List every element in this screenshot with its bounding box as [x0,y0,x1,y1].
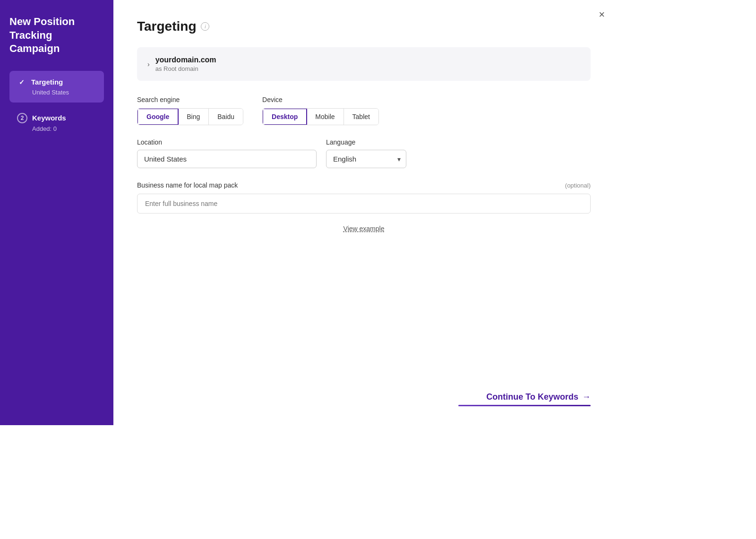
sidebar-keywords-sublabel: Added: 0 [32,125,96,132]
sidebar-navigation: ✓ Targeting United States 2 Keywords Add… [9,71,104,139]
device-buttons: Desktop Mobile Tablet [262,108,379,125]
domain-card[interactable]: › yourdomain.com as Root domain [137,47,591,81]
continue-underline [458,405,591,406]
device-tablet[interactable]: Tablet [344,109,378,125]
search-engine-label: Search engine [137,96,243,103]
language-select-wrapper: English Spanish French German [326,150,406,168]
language-group: Language English Spanish French German [326,138,406,168]
business-name-section: Business name for local map pack (option… [137,181,591,214]
business-name-input[interactable] [137,194,591,214]
continue-to-keywords-button[interactable]: Continue To Keywords → [486,392,591,402]
device-label: Device [262,96,379,103]
close-button[interactable]: × [599,9,605,20]
info-icon[interactable]: i [201,22,209,31]
location-input[interactable] [137,150,317,168]
view-example-button[interactable]: View example [137,225,591,232]
main-content: × Targeting i › yourdomain.com as Root d… [113,0,614,425]
device-group: Device Desktop Mobile Tablet [262,96,379,125]
sidebar-targeting-sublabel: United States [32,89,96,96]
sidebar: New Position Tracking Campaign ✓ Targeti… [0,0,113,425]
search-engine-bing[interactable]: Bing [178,109,209,125]
page-title: Targeting i [137,19,591,34]
domain-type: as Root domain [155,65,216,72]
arrow-icon: → [582,392,591,402]
sidebar-targeting-label: Targeting [31,78,63,86]
sidebar-keywords-label: Keywords [32,114,66,122]
language-select[interactable]: English Spanish French German [326,150,406,168]
location-language-row: Location Language English Spanish French… [137,138,591,168]
check-icon: ✓ [17,77,26,87]
sidebar-item-targeting[interactable]: ✓ Targeting United States [9,71,104,103]
sidebar-title: New Position Tracking Campaign [9,15,104,56]
continue-label: Continue To Keywords [486,392,578,402]
location-label: Location [137,138,317,146]
domain-chevron-icon: › [147,60,150,68]
device-mobile[interactable]: Mobile [307,109,344,125]
device-desktop[interactable]: Desktop [262,108,307,125]
search-engine-google[interactable]: Google [137,108,179,125]
language-label: Language [326,138,406,146]
sidebar-item-keywords[interactable]: 2 Keywords Added: 0 [9,106,104,139]
engine-device-row: Search engine Google Bing Baidu Device D… [137,96,591,125]
search-engine-buttons: Google Bing Baidu [137,108,243,125]
footer: Continue To Keywords → [137,392,591,406]
search-engine-group: Search engine Google Bing Baidu [137,96,243,125]
business-name-label: Business name for local map pack [137,181,238,189]
step-number-keywords: 2 [17,113,27,123]
optional-label: (optional) [565,182,591,189]
search-engine-baidu[interactable]: Baidu [209,109,243,125]
location-group: Location [137,138,317,168]
domain-name: yourdomain.com [155,56,216,64]
